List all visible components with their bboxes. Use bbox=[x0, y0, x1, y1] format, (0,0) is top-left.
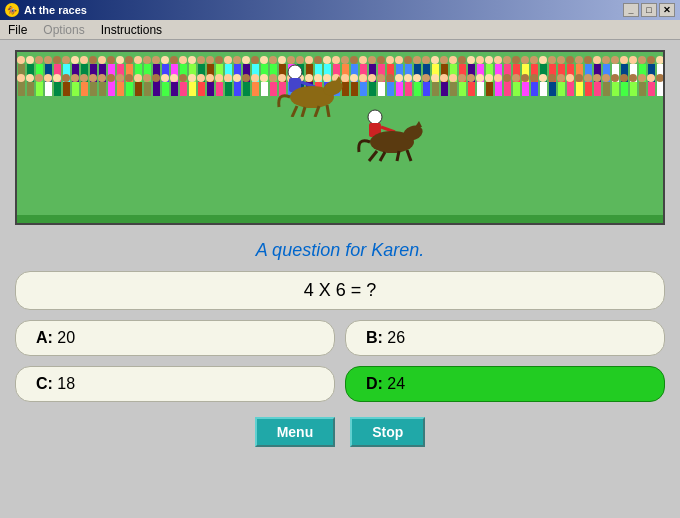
menu-instructions[interactable]: Instructions bbox=[97, 22, 166, 38]
answer-a-label: A: bbox=[36, 329, 53, 346]
title-icon: 🏇 bbox=[5, 3, 19, 17]
menu-button[interactable]: Menu bbox=[255, 417, 336, 447]
answer-d-label: D: bbox=[366, 375, 383, 392]
answer-a-value: 20 bbox=[57, 329, 75, 346]
svg-marker-9 bbox=[335, 76, 342, 82]
svg-line-15 bbox=[369, 151, 377, 161]
stop-button[interactable]: Stop bbox=[350, 417, 425, 447]
answer-a[interactable]: A: 20 bbox=[15, 320, 335, 356]
answer-d[interactable]: D: 24 bbox=[345, 366, 665, 402]
menu-file[interactable]: File bbox=[4, 22, 31, 38]
svg-line-5 bbox=[292, 106, 297, 117]
svg-line-16 bbox=[380, 152, 385, 161]
svg-line-17 bbox=[397, 151, 399, 161]
svg-marker-19 bbox=[415, 121, 422, 127]
horse-1 bbox=[267, 62, 347, 117]
answer-d-value: 24 bbox=[387, 375, 405, 392]
main-content: A question for Karen. 4 X 6 = ? A: 20 B:… bbox=[0, 40, 680, 518]
svg-point-10 bbox=[368, 110, 382, 124]
close-button[interactable]: ✕ bbox=[659, 3, 675, 17]
answer-c-label: C: bbox=[36, 375, 53, 392]
horse-2 bbox=[347, 107, 427, 162]
window-title: At the races bbox=[24, 4, 87, 16]
menu-bar: File Options Instructions bbox=[0, 20, 680, 40]
answers-grid: A: 20 B: 26 C: 18 D: 24 bbox=[15, 320, 665, 402]
answer-b-value: 26 bbox=[387, 329, 405, 346]
answer-c[interactable]: C: 18 bbox=[15, 366, 335, 402]
track-ground bbox=[17, 215, 663, 223]
maximize-button[interactable]: □ bbox=[641, 3, 657, 17]
answer-b[interactable]: B: 26 bbox=[345, 320, 665, 356]
menu-options: Options bbox=[39, 22, 88, 38]
race-track bbox=[15, 50, 665, 225]
title-bar: 🏇 At the races _ □ ✕ bbox=[0, 0, 680, 20]
svg-line-6 bbox=[302, 107, 305, 117]
svg-line-18 bbox=[407, 150, 411, 161]
question-box: 4 X 6 = ? bbox=[15, 271, 665, 310]
svg-line-8 bbox=[327, 105, 329, 117]
question-for-label: A question for Karen. bbox=[256, 240, 424, 261]
answer-b-label: B: bbox=[366, 329, 383, 346]
bottom-buttons: Menu Stop bbox=[255, 417, 426, 447]
answer-c-value: 18 bbox=[57, 375, 75, 392]
svg-point-0 bbox=[288, 65, 302, 79]
minimize-button[interactable]: _ bbox=[623, 3, 639, 17]
